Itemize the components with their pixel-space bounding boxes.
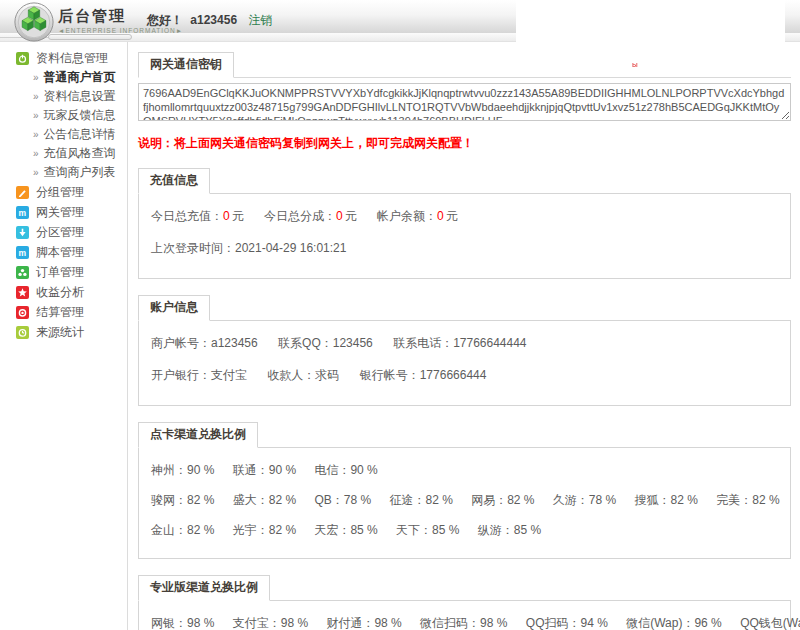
- sidebar-item-group-management[interactable]: 分组管理: [0, 182, 127, 202]
- ratio-row: 金山：82 % 光宇：82 % 天宏：85 % 天下：85 % 纵游：85 %: [151, 522, 778, 539]
- sidebar-subitem-recharge-style-query[interactable]: » 充值风格查询: [0, 144, 127, 163]
- pencil-icon: [16, 186, 29, 199]
- field-label: 银行帐号：: [360, 368, 420, 382]
- stat-today-share: 今日总分成：0元: [264, 208, 357, 225]
- ratio-dianxin: 电信：90 %: [314, 462, 377, 479]
- ratio-value: 90 %: [269, 463, 296, 477]
- tab-pro-ratio[interactable]: 专业版渠道兑换比例: [138, 575, 270, 601]
- ratio-value: 98 %: [187, 616, 214, 630]
- last-login-label: 上次登录时间：: [151, 241, 235, 255]
- ratio-label: 搜狐：: [635, 493, 671, 507]
- stat-unit: 元: [232, 209, 244, 223]
- ratio-label: QQ扫码：: [526, 616, 581, 630]
- sidebar-item-label: 收益分析: [36, 284, 84, 301]
- account-info-body: 商户帐号：a123456 联系QQ：123456 联系电话：1776664444…: [138, 320, 791, 406]
- ratio-zongyou: 纵游：85 %: [478, 522, 541, 539]
- user-greeting: 您好！ a123456 注销: [147, 12, 272, 29]
- clock-icon: [16, 326, 29, 339]
- field-value: a123456: [211, 336, 258, 350]
- sidebar: 资料信息管理 » 普通商户首页 » 资料信息设置 » 玩家反馈信息 » 公告信息…: [0, 42, 128, 630]
- sidebar-item-info-management[interactable]: 资料信息管理: [0, 48, 127, 68]
- ratio-value: 82 %: [671, 493, 698, 507]
- sidebar-subitem-announcement-detail[interactable]: » 公告信息详情: [0, 125, 127, 144]
- recharge-info-panel: 充值信息 今日总充值：0元 今日总分成：0元 帐户余额：0元 上次登录时间：20…: [138, 168, 791, 279]
- sidebar-subitem-label: 公告信息详情: [44, 126, 116, 143]
- sidebar-subitem-merchant-home[interactable]: » 普通商户首页: [0, 68, 127, 87]
- username: a123456: [190, 13, 237, 27]
- field-value: 1776666444: [420, 368, 487, 382]
- account-row: 商户帐号：a123456 联系QQ：123456 联系电话：1776664444…: [151, 335, 778, 352]
- stat-unit: 元: [345, 209, 357, 223]
- chevron-right-icon: »: [33, 91, 39, 102]
- m-icon: m: [16, 246, 29, 259]
- ratio-weixin-wap: 微信(Wap)：96 %: [626, 615, 722, 630]
- ratio-value: 82 %: [269, 523, 296, 537]
- sidebar-item-partition-management[interactable]: 分区管理: [0, 222, 127, 242]
- sidebar-item-script-management[interactable]: m 脚本管理: [0, 242, 127, 262]
- ratio-label: 盛大：: [233, 493, 269, 507]
- ratio-value: 98 %: [480, 616, 507, 630]
- account-payee: 收款人：求码: [267, 367, 339, 384]
- field-value: 求码: [315, 368, 339, 382]
- ratio-wangyin: 网银：98 %: [151, 615, 214, 630]
- sidebar-item-label: 网关管理: [36, 204, 84, 221]
- gateway-key-textarea[interactable]: 7696AAD9EnGClqKKJuOKNMPPRSTVVYXbYdfcgkik…: [138, 83, 791, 121]
- sidebar-item-order-management[interactable]: 订单管理: [0, 262, 127, 282]
- admin-page: 后台管理 ◄ENTERPRISE INFORMATION► 您好！ a12345…: [0, 0, 800, 630]
- field-label: 收款人：: [267, 368, 315, 382]
- field-label: 商户帐号：: [151, 336, 211, 350]
- m-icon: m: [16, 206, 29, 219]
- stat-value: 0: [336, 209, 343, 223]
- chevron-right-icon: »: [33, 110, 39, 121]
- ratio-value: 90 %: [350, 463, 377, 477]
- ratio-label: 网银：: [151, 616, 187, 630]
- sidebar-item-revenue-analysis[interactable]: 收益分析: [0, 282, 127, 302]
- field-value: 123456: [333, 336, 373, 350]
- account-contact-phone: 联系电话：17766644444: [393, 335, 526, 352]
- sidebar-subitem-info-settings[interactable]: » 资料信息设置: [0, 87, 127, 106]
- ratio-guangyu: 光宇：82 %: [233, 522, 296, 539]
- ratio-value: 82 %: [507, 493, 534, 507]
- tab-gateway-key[interactable]: 网关通信密钥: [138, 52, 234, 78]
- sidebar-item-settlement-management[interactable]: 结算管理: [0, 302, 127, 322]
- svg-text:m: m: [18, 247, 26, 257]
- ratio-value: 82 %: [269, 493, 296, 507]
- sidebar-item-label: 订单管理: [36, 264, 84, 281]
- recharge-stats-line: 今日总充值：0元 今日总分成：0元 帐户余额：0元: [151, 208, 778, 225]
- ratio-label: QQ钱包(Wap)：: [740, 616, 800, 630]
- ratio-label: 网易：: [471, 493, 507, 507]
- last-login-line: 上次登录时间：2021-04-29 16:01:21: [151, 240, 778, 257]
- ratio-wangyi: 网易：82 %: [471, 492, 534, 509]
- ratio-label: 金山：: [151, 523, 187, 537]
- sidebar-item-source-statistics[interactable]: 来源统计: [0, 322, 127, 342]
- account-contact-qq: 联系QQ：123456: [278, 335, 373, 352]
- account-row: 开户银行：支付宝 收款人：求码 银行帐号：1776666444: [151, 367, 778, 384]
- ratio-jinshan: 金山：82 %: [151, 522, 214, 539]
- stat-label: 今日总充值：: [151, 209, 223, 223]
- ratio-value: 82 %: [187, 493, 214, 507]
- stat-label: 今日总分成：: [264, 209, 336, 223]
- sidebar-item-gateway-management[interactable]: m 网关管理: [0, 202, 127, 222]
- ratio-value: 98 %: [281, 616, 308, 630]
- logout-link[interactable]: 注销: [248, 13, 272, 27]
- sidebar-subitem-merchant-list-query[interactable]: » 查询商户列表: [0, 163, 127, 182]
- sidebar-subitem-player-feedback[interactable]: » 玩家反馈信息: [0, 106, 127, 125]
- sidebar-item-label: 来源统计: [36, 324, 84, 341]
- account-info-panel: 账户信息 商户帐号：a123456 联系QQ：123456 联系电话：17766…: [138, 295, 791, 406]
- recharge-info-body: 今日总充值：0元 今日总分成：0元 帐户余额：0元 上次登录时间：2021-04…: [138, 193, 791, 279]
- stat-unit: 元: [446, 209, 458, 223]
- last-login: 上次登录时间：2021-04-29 16:01:21: [151, 240, 346, 257]
- tab-card-ratio[interactable]: 点卡渠道兑换比例: [138, 422, 258, 448]
- ratio-label: 联通：: [233, 463, 269, 477]
- ratio-zhifubao: 支付宝：98 %: [233, 615, 308, 630]
- chevron-right-icon: »: [33, 129, 39, 140]
- tab-recharge-info[interactable]: 充值信息: [138, 168, 210, 194]
- tab-account-info[interactable]: 账户信息: [138, 295, 210, 321]
- pro-ratio-body: 网银：98 % 支付宝：98 % 财付通：98 % 微信扫码：98 % QQ扫码…: [138, 600, 791, 630]
- ratio-label: 天下：: [396, 523, 432, 537]
- ratio-label: 支付宝：: [233, 616, 281, 630]
- ratio-zhengtu: 征途：82 %: [389, 492, 452, 509]
- last-login-value: 2021-04-29 16:01:21: [235, 241, 346, 255]
- ratio-label: 神州：: [151, 463, 187, 477]
- power-icon: [16, 52, 29, 65]
